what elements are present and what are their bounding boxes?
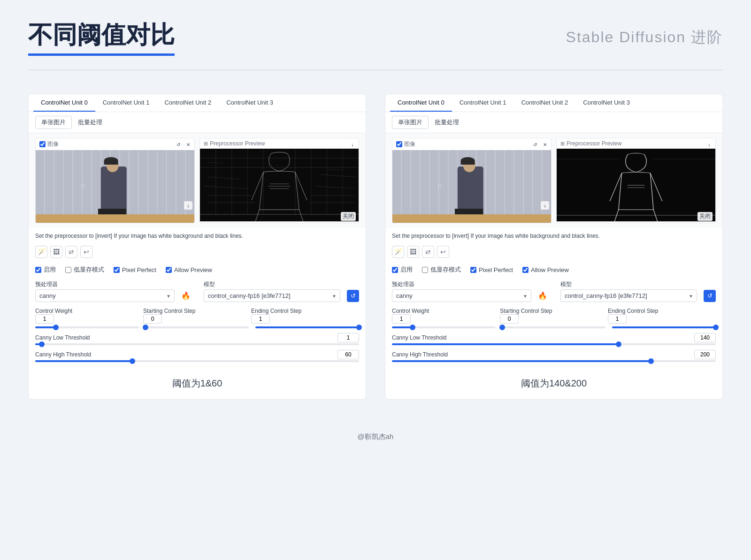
left-image-checkbox[interactable]: [39, 141, 46, 147]
left-tab-0[interactable]: ControlNet Unit 0: [33, 94, 95, 112]
left-canny-high-value[interactable]: 60: [337, 350, 359, 359]
right-cw-value[interactable]: 1: [392, 314, 411, 324]
right-model-select[interactable]: control_canny-fp16 [e3fe7712]: [560, 289, 697, 302]
left-cw-slider-wrap[interactable]: [35, 326, 139, 328]
right-edge-svg: [557, 149, 715, 221]
right-canny-high-value[interactable]: 200: [694, 350, 716, 359]
footer: @靳凯杰ah: [0, 418, 751, 455]
right-corner-icon[interactable]: ↩: [437, 246, 449, 258]
left-preview-download[interactable]: ↓: [348, 140, 357, 149]
right-es-value[interactable]: 1: [608, 314, 627, 324]
left-ss-slider-wrap[interactable]: [146, 326, 249, 328]
right-ss-section: Starting Control Step 0: [500, 308, 608, 325]
right-cw-slider-wrap[interactable]: [392, 326, 496, 328]
left-sub-tab-single[interactable]: 单张图片: [35, 116, 72, 129]
right-wand-icon[interactable]: 🪄: [392, 246, 404, 258]
right-tab-1[interactable]: ControlNet Unit 1: [452, 94, 514, 112]
right-canny-low-row: Canny Low Threshold 140: [385, 330, 722, 343]
left-image2-icon[interactable]: 🖼: [50, 246, 62, 258]
left-canny-low-value[interactable]: 1: [337, 333, 359, 342]
right-preview-download[interactable]: ↓: [705, 140, 713, 149]
right-main-sliders: [385, 326, 722, 330]
right-fire-icon[interactable]: 🔥: [538, 291, 547, 300]
right-ss-slider-wrap[interactable]: [502, 326, 606, 328]
left-ss-section: Starting Control Step 0: [143, 308, 251, 325]
left-rotate-btn[interactable]: ↺: [174, 140, 183, 149]
right-canny-high-slider[interactable]: [392, 360, 716, 362]
left-lowmem-checkbox[interactable]: 低显存模式: [65, 265, 104, 274]
left-preview-icon: ⊞: [204, 141, 208, 147]
right-lowmem-checkbox[interactable]: 低显存模式: [422, 265, 461, 274]
left-canny-low-label: Canny Low Threshold: [35, 334, 337, 341]
right-rotate-btn[interactable]: ↺: [531, 140, 539, 149]
right-canny-low-value[interactable]: 140: [694, 333, 716, 342]
left-canny-low-row: Canny Low Threshold 1: [29, 330, 366, 343]
left-es-slider-wrap[interactable]: [255, 326, 359, 328]
right-canny-high-thumb[interactable]: [648, 358, 654, 364]
right-enable-checkbox[interactable]: 启用: [392, 265, 413, 274]
left-ss-value[interactable]: 0: [143, 314, 162, 324]
right-pixelperfect-checkbox[interactable]: Pixel Perfect: [470, 266, 513, 273]
left-tab-3[interactable]: ControlNet Unit 3: [219, 94, 281, 112]
right-image2-icon[interactable]: 🖼: [407, 246, 419, 258]
right-swap-icon[interactable]: ⇄: [422, 246, 434, 258]
right-image-header: 图像: [392, 138, 551, 150]
left-es-value[interactable]: 1: [251, 314, 270, 324]
right-canny-low-label: Canny Low Threshold: [392, 334, 694, 341]
right-tab-3[interactable]: ControlNet Unit 3: [575, 94, 637, 112]
right-sub-tab-single[interactable]: 单张图片: [392, 116, 429, 129]
right-tab-0[interactable]: ControlNet Unit 0: [390, 94, 452, 112]
right-dropdowns-section: 预处理器 canny ▼ 🔥 模型 control_ca: [385, 278, 722, 306]
left-source-photo: 开: [36, 150, 194, 223]
right-refresh-btn[interactable]: ↺: [704, 290, 716, 302]
left-canny-low-slider[interactable]: [35, 343, 359, 345]
left-canny-high-slider[interactable]: [35, 360, 359, 362]
right-ss-thumb[interactable]: [499, 325, 505, 330]
right-allowpreview-checkbox[interactable]: Allow Preview: [522, 266, 569, 273]
left-panel: ControlNet Unit 0 ControlNet Unit 1 Cont…: [28, 94, 366, 400]
left-source-image-box: 图像 开: [35, 138, 195, 223]
left-allowpreview-checkbox[interactable]: Allow Preview: [166, 266, 212, 273]
right-close-preview-btn[interactable]: 关闭: [697, 212, 713, 221]
right-source-image-box: 图像 开 ↺ ✕ ↓: [392, 138, 552, 223]
left-preview-header: ⊞ Preprocessor Preview: [200, 138, 359, 149]
right-image-checkbox[interactable]: [396, 141, 402, 147]
right-model-wrap: control_canny-fp16 [e3fe7712] ▼: [560, 289, 697, 302]
left-close-preview-btn[interactable]: 关闭: [341, 212, 356, 221]
left-corner-icon[interactable]: ↩: [80, 246, 92, 258]
left-main-sliders: [29, 326, 366, 330]
left-fire-icon[interactable]: 🔥: [181, 291, 191, 300]
left-close-btn[interactable]: ✕: [184, 140, 192, 149]
left-tab-1[interactable]: ControlNet Unit 1: [95, 94, 157, 112]
left-pixelperfect-checkbox[interactable]: Pixel Perfect: [114, 266, 156, 273]
right-close-btn[interactable]: ✕: [541, 140, 549, 149]
left-preprocessor-select[interactable]: canny: [35, 289, 175, 302]
left-cw-thumb[interactable]: [53, 325, 59, 330]
left-es-thumb[interactable]: [356, 325, 362, 330]
left-tab-2[interactable]: ControlNet Unit 2: [157, 94, 219, 112]
left-es-section: Ending Control Step 1: [251, 308, 359, 325]
right-es-slider-wrap[interactable]: [612, 326, 716, 328]
left-checkboxes-row: 启用 低显存模式 Pixel Perfect Allow Preview: [29, 262, 366, 278]
right-preprocessor-select[interactable]: canny: [392, 289, 531, 302]
left-sub-tab-batch[interactable]: 批量处理: [72, 116, 108, 129]
left-enable-checkbox[interactable]: 启用: [35, 265, 56, 274]
right-es-thumb[interactable]: [713, 325, 719, 330]
left-cw-value[interactable]: 1: [35, 314, 54, 324]
left-model-select[interactable]: control_canny-fp16 [e3fe7712]: [204, 289, 340, 302]
right-es-label: Ending Control Step: [608, 308, 716, 314]
left-wand-icon[interactable]: 🪄: [35, 246, 47, 258]
right-canny-low-slider[interactable]: [392, 343, 716, 345]
left-es-label: Ending Control Step: [251, 308, 359, 314]
right-canny-low-thumb[interactable]: [616, 341, 621, 347]
left-canny-low-thumb[interactable]: [39, 341, 45, 347]
left-ss-thumb[interactable]: [143, 325, 148, 330]
left-swap-icon[interactable]: ⇄: [65, 246, 77, 258]
page-title: 不同阈值对比: [28, 19, 175, 56]
right-tab-2[interactable]: ControlNet Unit 2: [513, 94, 575, 112]
right-ss-value[interactable]: 0: [500, 314, 519, 324]
right-sub-tab-batch[interactable]: 批量处理: [429, 116, 465, 129]
left-refresh-btn[interactable]: ↺: [347, 290, 359, 302]
left-canny-high-thumb[interactable]: [130, 358, 135, 364]
right-cw-thumb[interactable]: [410, 325, 415, 330]
